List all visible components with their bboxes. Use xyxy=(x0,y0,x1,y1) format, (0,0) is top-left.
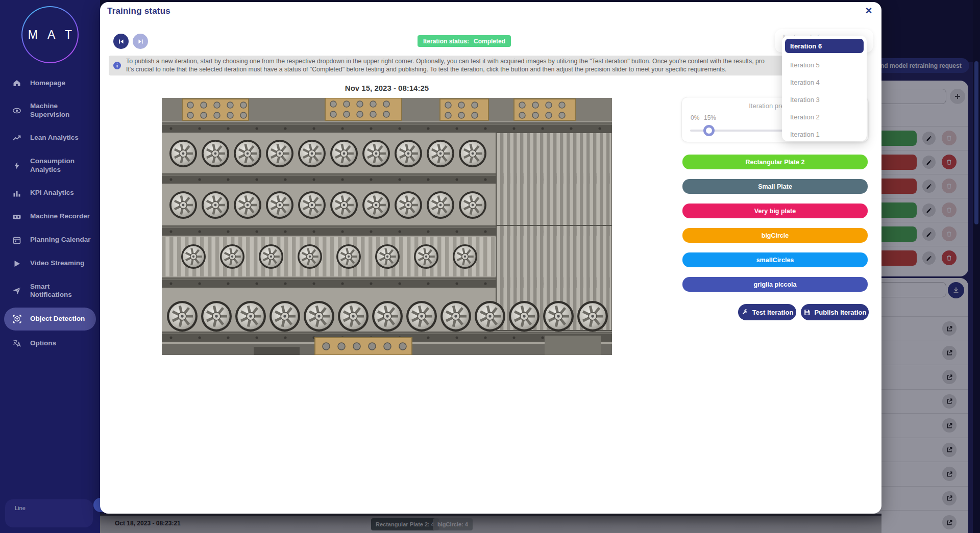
publish-iteration-button[interactable]: Publish iteration xyxy=(801,304,869,320)
tag-small-plate[interactable]: Small Plate xyxy=(682,179,868,194)
publish-iteration-label: Publish iteration xyxy=(815,309,867,316)
tag-very-big-plate[interactable]: Very big plate xyxy=(682,204,868,218)
sidebar-item-consumption-analytics[interactable]: Consumption Analytics xyxy=(0,150,100,182)
sidebar-item-label: Smart Notifications xyxy=(30,283,86,300)
dropdown-option-iteration-1[interactable]: Iteration 1 xyxy=(782,125,867,143)
sidebar-item-smart-notifications[interactable]: Smart Notifications xyxy=(0,275,100,307)
tag-rectangular-plate-2[interactable]: Rectangular Plate 2 xyxy=(682,155,868,169)
next-image-button[interactable] xyxy=(133,34,148,49)
image-timestamp-caption: Nov 15, 2023 - 08:14:25 xyxy=(162,84,612,92)
info-banner: To publish a new iteration, start by cho… xyxy=(109,56,859,75)
eye-icon xyxy=(12,106,22,115)
precision-slider-thumb[interactable] xyxy=(703,125,715,136)
test-iteration-label: Test iteration xyxy=(752,309,794,316)
sidebar-item-object-detection[interactable]: Object Detection xyxy=(4,308,96,331)
dropdown-option-iteration-3[interactable]: Iteration 3 xyxy=(782,91,867,108)
translate-icon xyxy=(12,339,22,348)
line-info-box: Line xyxy=(5,499,93,527)
dropdown-option-iteration-5[interactable]: Iteration 5 xyxy=(782,56,867,73)
iteration-status-value: Completed xyxy=(474,38,505,45)
dropdown-option-iteration-4[interactable]: Iteration 4 xyxy=(782,73,867,91)
iteration-dropdown: Iteration 6 Iteration 5 Iteration 4 Iter… xyxy=(782,36,867,141)
sidebar-item-label: Lean Analytics xyxy=(30,134,79,142)
app-logo: M A T xyxy=(21,6,79,63)
close-icon[interactable]: × xyxy=(862,4,875,17)
sidebar-item-label: Object Detection xyxy=(30,315,85,323)
sidebar-item-video-streaming[interactable]: Video Streaming xyxy=(0,252,100,275)
sidebar-item-machine-supervision[interactable]: Machine Supervision xyxy=(0,95,100,126)
send-icon xyxy=(12,286,22,295)
bar-chart-icon xyxy=(12,189,22,198)
previous-image-button[interactable] xyxy=(113,34,129,49)
info-banner-text: To publish a new iteration, start by cho… xyxy=(121,58,854,73)
sidebar-item-label: Planning Calendar xyxy=(30,236,91,244)
modal-title: Training status xyxy=(107,6,170,16)
tag-bigcircle[interactable]: bigCircle xyxy=(682,228,868,243)
tag-griglia-piccola[interactable]: griglia piccola xyxy=(682,277,868,292)
dropdown-option-iteration-6[interactable]: Iteration 6 xyxy=(785,39,864,53)
iteration-status-label: Iteration status: xyxy=(423,38,469,45)
sidebar-item-machine-recorder[interactable]: Machine Recorder xyxy=(0,205,100,229)
line-info-label: Line xyxy=(15,505,26,511)
skip-next-icon xyxy=(137,38,144,45)
trend-icon xyxy=(12,134,22,143)
sidebar-item-label: Machine Recorder xyxy=(30,212,90,221)
sidebar-item-label: Consumption Analytics xyxy=(30,157,86,174)
save-icon xyxy=(803,309,811,316)
sidebar-item-homepage[interactable]: Homepage xyxy=(0,71,100,95)
cube-scan-icon xyxy=(12,314,22,324)
sidebar-item-options[interactable]: Options xyxy=(0,332,100,355)
calendar-icon xyxy=(12,236,22,245)
sidebar-item-label: Options xyxy=(30,339,56,348)
sidebar-item-label: KPI Analytics xyxy=(30,189,74,197)
sidebar-item-kpi-analytics[interactable]: KPI Analytics xyxy=(0,182,100,205)
sidebar-item-label: Machine Supervision xyxy=(30,102,86,119)
iteration-status-badge: Iteration status: Completed xyxy=(418,35,511,47)
home-icon xyxy=(12,79,22,88)
sidebar-item-label: Homepage xyxy=(30,79,65,88)
recorder-icon xyxy=(12,212,22,221)
test-iteration-button[interactable]: Test iteration xyxy=(738,304,796,320)
info-banner-line2: It's crucial to note that the selected i… xyxy=(126,66,854,74)
sidebar-item-planning-calendar[interactable]: Planning Calendar xyxy=(0,229,100,252)
training-image xyxy=(162,98,612,355)
info-banner-line1: To publish a new iteration, start by cho… xyxy=(126,58,854,66)
sidebar: M A T Homepage Machine Supervision Lean … xyxy=(0,0,100,533)
training-status-modal: Training status × Iteration status: Comp… xyxy=(100,2,881,514)
play-icon xyxy=(12,259,22,268)
training-image-svg xyxy=(162,98,612,355)
precision-min-label: 0% xyxy=(691,114,699,121)
app-logo-text: M A T xyxy=(24,28,76,42)
bolt-icon xyxy=(12,161,22,170)
dropdown-option-iteration-2[interactable]: Iteration 2 xyxy=(782,108,867,125)
skip-previous-icon xyxy=(118,38,125,45)
info-icon xyxy=(113,62,121,69)
precision-current-label: 15% xyxy=(704,114,716,121)
tag-smallcircles[interactable]: smallCircles xyxy=(682,252,868,267)
wrench-icon xyxy=(741,309,748,316)
sidebar-item-label: Video Streaming xyxy=(30,259,84,268)
sidebar-item-lean-analytics[interactable]: Lean Analytics xyxy=(0,126,100,150)
